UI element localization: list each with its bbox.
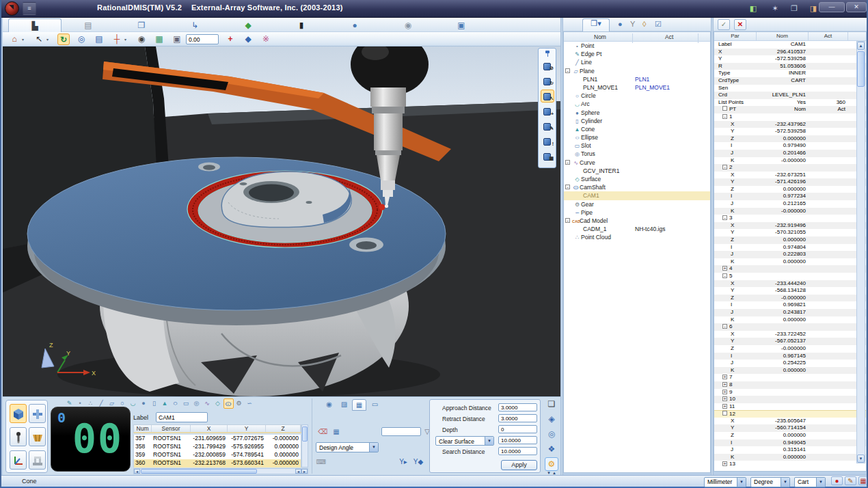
- ribbon-tab-display[interactable]: ▣: [435, 18, 488, 32]
- property-row[interactable]: CrdTypeCART: [714, 77, 866, 85]
- apply-button[interactable]: Apply: [501, 460, 537, 470]
- property-row[interactable]: J0.222803: [714, 251, 866, 258]
- gear-icon[interactable]: ⚙: [545, 457, 558, 471]
- angle-unit-combo[interactable]: Degree: [750, 477, 790, 487]
- accept-button[interactable]: [718, 19, 730, 30]
- line-icon[interactable]: ╱: [96, 398, 107, 409]
- property-row[interactable]: List PointsYes360: [714, 99, 866, 107]
- tab-graph[interactable]: ▨: [337, 399, 351, 411]
- tree-item-edge-pt[interactable]: ✎Edge Pt: [564, 50, 710, 58]
- cone-icon[interactable]: ▲: [160, 398, 170, 409]
- scroll-thumb[interactable]: [857, 51, 865, 87]
- expand-icon[interactable]: -: [722, 273, 727, 278]
- expand-icon[interactable]: +: [722, 382, 727, 387]
- machine-icon[interactable]: ❏: [545, 398, 558, 411]
- chevron-down-icon[interactable]: [816, 478, 825, 487]
- ribbon-tab-transform[interactable]: ↳: [168, 18, 221, 32]
- checkbox-icon[interactable]: [722, 106, 727, 111]
- tree-item-pln-move1[interactable]: PLN_MOVE1PLN_MOVE1: [564, 83, 710, 92]
- property-row[interactable]: -3: [714, 215, 866, 222]
- expand-icon[interactable]: -: [722, 165, 727, 170]
- view-rotate-cube-icon[interactable]: ↻: [541, 74, 554, 87]
- retract-input[interactable]: [498, 414, 537, 422]
- tree-item-circle[interactable]: ○Circle: [564, 92, 710, 100]
- ellipse-icon[interactable]: ○: [170, 398, 180, 409]
- property-row[interactable]: I0.974804: [714, 244, 866, 252]
- scroll-up-icon[interactable]: [857, 42, 865, 50]
- target-cross-icon[interactable]: +: [224, 33, 236, 45]
- remote-jogbox-icon[interactable]: ◧: [745, 3, 761, 14]
- chevron-down-icon[interactable]: ▾: [22, 37, 24, 42]
- tree-item-cad-model[interactable]: -CADCad Model: [564, 217, 710, 225]
- chevron-down-icon[interactable]: ▾: [46, 37, 49, 42]
- curve-icon[interactable]: ∿: [202, 398, 213, 409]
- chevron-down-icon[interactable]: [781, 478, 789, 487]
- property-row[interactable]: 12: [714, 410, 866, 418]
- property-row[interactable]: CrdLEVEL_PLN1: [714, 92, 866, 99]
- ribbon-tab-layout[interactable]: ❐: [115, 18, 168, 32]
- property-row[interactable]: +7: [714, 374, 866, 381]
- zoom-window-icon[interactable]: ◎: [75, 33, 87, 45]
- expand-icon[interactable]: +: [722, 390, 727, 394]
- properties-scrollbar[interactable]: [856, 41, 865, 463]
- system-menu-button[interactable]: ≡: [23, 2, 36, 15]
- slot-icon[interactable]: ▭: [181, 398, 191, 409]
- chevron-down-icon[interactable]: ▾: [124, 37, 126, 42]
- refresh-view-icon[interactable]: ↻: [57, 33, 70, 45]
- color-grid-icon[interactable]: ▦: [858, 476, 868, 485]
- property-row[interactable]: Y-567.052137: [714, 338, 866, 345]
- property-row[interactable]: +10: [714, 396, 866, 403]
- property-row[interactable]: X-233.722452: [714, 331, 866, 338]
- ribbon-tab-machine[interactable]: ▙: [8, 18, 62, 32]
- property-row[interactable]: K0.000000: [714, 367, 866, 375]
- tree-item-slot[interactable]: ▭Slot: [564, 141, 710, 150]
- property-row[interactable]: -2: [714, 164, 866, 172]
- scroll-left2-icon[interactable]: [295, 469, 301, 474]
- close-button[interactable]: ✕: [846, 2, 867, 12]
- expand-icon[interactable]: -: [565, 160, 570, 165]
- toolrack-button[interactable]: [29, 427, 46, 446]
- fixture-button[interactable]: [29, 404, 46, 423]
- property-row[interactable]: Y-572.539258: [714, 128, 866, 135]
- solid-view-button[interactable]: [10, 404, 27, 423]
- property-row[interactable]: I0.969821: [714, 301, 866, 309]
- tab-audio[interactable]: ◉: [322, 399, 336, 411]
- tree-item-sphere[interactable]: ●Sphere: [564, 109, 710, 117]
- expand-icon[interactable]: -: [722, 324, 727, 329]
- expand-icon[interactable]: +: [722, 375, 727, 379]
- scroll-right-icon[interactable]: [301, 469, 308, 474]
- property-row[interactable]: X-232.437962: [714, 121, 866, 128]
- property-row[interactable]: +9: [714, 389, 866, 396]
- sphere-icon[interactable]: ●: [139, 398, 149, 409]
- erase-icon[interactable]: ⌫: [317, 427, 328, 437]
- length-unit-combo[interactable]: Millimeter: [704, 477, 746, 487]
- property-row[interactable]: Y-568.134128: [714, 287, 866, 295]
- delete-button[interactable]: [734, 19, 746, 30]
- property-row[interactable]: -5: [714, 273, 866, 280]
- view-hide-cube-icon[interactable]: ⊘: [541, 59, 554, 72]
- probe-filter-icon[interactable]: Y: [630, 20, 635, 28]
- keyboard-icon[interactable]: ⌨: [316, 457, 327, 467]
- property-row[interactable]: J0.212165: [714, 200, 866, 208]
- tree-tab-features[interactable]: ❒▾: [582, 18, 610, 31]
- home-icon[interactable]: ⌂: [8, 33, 21, 45]
- property-row[interactable]: K0.000000: [714, 454, 866, 461]
- property-row[interactable]: TypeINNER: [714, 70, 866, 77]
- scroll-left-icon[interactable]: [134, 469, 140, 474]
- coordinate-button[interactable]: [10, 450, 27, 470]
- filter-input[interactable]: [381, 427, 421, 436]
- ribbon-tab-probe[interactable]: ▮: [275, 18, 328, 32]
- tree-item-gcv-inter1[interactable]: GCV_INTER1: [564, 167, 710, 175]
- offset-value-input[interactable]: [186, 34, 219, 44]
- tree-item-arc[interactable]: ◡Arc: [564, 100, 710, 108]
- probe-play-icon[interactable]: Y▸: [398, 457, 409, 467]
- property-row[interactable]: I0.949045: [714, 439, 866, 447]
- circle-icon[interactable]: ○: [118, 398, 128, 409]
- export-view-icon[interactable]: ▤: [93, 33, 105, 45]
- move-point-icon[interactable]: ∴: [85, 398, 96, 409]
- property-row[interactable]: J0.201466: [714, 150, 866, 157]
- expand-icon[interactable]: -: [565, 185, 570, 189]
- edit-table-icon[interactable]: ▦: [331, 427, 342, 437]
- cylinder-icon[interactable]: ▯: [149, 398, 159, 409]
- depth-input[interactable]: [498, 425, 537, 433]
